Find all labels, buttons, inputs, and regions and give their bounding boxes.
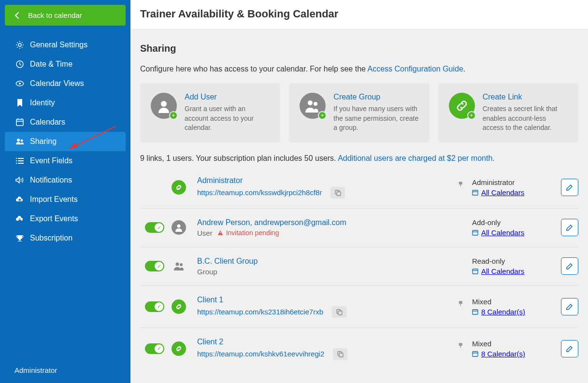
additional-users-link[interactable]: Additional users are charged at $2 per m…: [338, 154, 495, 162]
sidebar-item-date-time[interactable]: Date & Time: [5, 55, 126, 74]
svg-point-6: [161, 101, 167, 107]
svg-point-5: [21, 140, 23, 142]
link-type-icon: [172, 299, 186, 314]
cloud-download-icon: [14, 215, 25, 222]
edit-button[interactable]: [561, 179, 578, 196]
row-calendars-link[interactable]: 8 Calendar(s): [481, 350, 525, 358]
svg-point-2: [19, 83, 21, 85]
row-url[interactable]: https://teamup.com/ksswdkjrpci2h8cf8r: [197, 188, 322, 197]
row-title[interactable]: Client 2: [197, 338, 472, 346]
trophy-icon: [14, 234, 25, 242]
card-title: Create Group: [333, 93, 418, 101]
row-url[interactable]: https://teamup.com/kshkv61eevvihregi2: [197, 350, 324, 358]
svg-rect-11: [473, 190, 478, 195]
sidebar-item-subscription[interactable]: Subscription: [5, 228, 126, 248]
edit-button[interactable]: [561, 257, 578, 275]
card-desc: If you have many users with the same per…: [333, 104, 418, 133]
enable-toggle[interactable]: [145, 343, 164, 354]
bookmark-icon: [14, 99, 25, 107]
cloud-upload-icon: [14, 196, 25, 203]
plus-icon: +: [318, 111, 327, 120]
sidebar-item-calendars[interactable]: Calendars: [5, 113, 126, 132]
add-user-card[interactable]: + Add User Grant a user with an account …: [140, 83, 280, 142]
row-calendars-link[interactable]: All Calendars: [481, 267, 524, 275]
svg-rect-19: [473, 310, 478, 314]
edit-button[interactable]: [561, 298, 578, 315]
row-title[interactable]: B.C. Client Group: [197, 257, 472, 266]
sidebar-item-identity[interactable]: Identity: [5, 93, 126, 113]
svg-point-15: [180, 263, 183, 266]
list-icon: [14, 157, 25, 164]
sidebar-item-label: Subscription: [30, 234, 72, 242]
group-icon: +: [300, 93, 326, 119]
edit-button[interactable]: [561, 340, 578, 357]
sidebar-item-label: Event Fields: [30, 156, 72, 165]
warning-icon: [217, 230, 223, 236]
create-link-card[interactable]: + Create Link Creates a secret link that…: [438, 83, 578, 142]
sidebar-item-label: Import Events: [30, 195, 78, 204]
sound-icon: [14, 177, 25, 184]
row-role: Add-only: [472, 218, 554, 227]
sidebar-item-sharing[interactable]: Sharing: [5, 132, 126, 151]
enable-toggle[interactable]: [145, 301, 164, 312]
link-icon: +: [449, 93, 475, 119]
sharing-row-user: Andrew Person, andrewperson@gmail.com Us…: [140, 209, 578, 247]
user-icon: +: [151, 93, 177, 119]
sidebar-item-label: Sharing: [30, 137, 57, 146]
card-title: Create Link: [483, 93, 568, 101]
sidebar-item-import-events[interactable]: Import Events: [5, 190, 126, 209]
chevron-left-icon: [14, 12, 19, 19]
row-role: Mixed: [472, 298, 554, 306]
card-desc: Creates a secret link that enables accou…: [483, 104, 568, 133]
enable-toggle[interactable]: [145, 261, 164, 271]
link-type-icon: [172, 341, 186, 356]
sidebar-item-export-events[interactable]: Export Events: [5, 209, 126, 228]
svg-rect-10: [337, 192, 341, 196]
svg-point-8: [314, 102, 317, 106]
eye-icon: [14, 79, 25, 88]
pin-icon: [458, 300, 464, 307]
calendar-small-icon: [472, 309, 478, 315]
copy-button[interactable]: [332, 306, 346, 318]
pin-icon: [458, 342, 464, 349]
row-url[interactable]: https://teamup.com/ks2318ih6etcie7rxb: [197, 308, 323, 316]
back-to-calendar-button[interactable]: Back to calendar: [5, 5, 126, 26]
sharing-row-administrator: Administrator https://teamup.com/ksswdkj…: [140, 171, 578, 209]
calendar-icon: [14, 118, 25, 127]
sidebar-item-calendar-views[interactable]: Calendar Views: [5, 74, 126, 93]
svg-rect-16: [473, 269, 478, 274]
sidebar-item-notifications[interactable]: Notifications: [5, 170, 126, 190]
sidebar-item-label: Export Events: [30, 214, 78, 223]
invitation-pending-badge: Invitation pending: [217, 229, 279, 237]
copy-button[interactable]: [333, 348, 347, 360]
calendar-small-icon: [472, 229, 478, 236]
row-title[interactable]: Andrew Person, andrewperson@gmail.com: [197, 218, 472, 227]
main: Trainer Availability & Booking Calendar …: [130, 0, 588, 383]
row-type-label: User: [197, 229, 213, 237]
sharing-row-client2: Client 2 https://teamup.com/kshkv61eevvi…: [140, 328, 578, 369]
sidebar-item-label: General Settings: [30, 41, 87, 49]
copy-button[interactable]: [330, 187, 345, 199]
create-group-card[interactable]: + Create Group If you have many users wi…: [289, 83, 429, 142]
intro-text: Configure here who has access to your ca…: [140, 65, 578, 73]
edit-button[interactable]: [561, 219, 578, 236]
calendar-small-icon: [472, 268, 478, 274]
row-title[interactable]: Client 1: [197, 296, 472, 304]
user-type-icon: [172, 220, 186, 235]
sidebar: Back to calendar General Settings Date &…: [0, 0, 130, 383]
row-calendars-link[interactable]: 8 Calendar(s): [481, 308, 525, 316]
row-calendars-link[interactable]: All Calendars: [481, 228, 524, 237]
page-title: Trainer Availability & Booking Calendar: [140, 8, 578, 20]
row-calendars-link[interactable]: All Calendars: [481, 188, 524, 197]
enable-toggle[interactable]: [145, 222, 164, 233]
access-config-guide-link[interactable]: Access Configuration Guide: [368, 65, 463, 73]
svg-rect-22: [473, 352, 478, 356]
card-desc: Grant a user with an account access to y…: [185, 104, 270, 133]
svg-rect-3: [16, 119, 23, 126]
sidebar-item-event-fields[interactable]: Event Fields: [5, 151, 126, 170]
sharing-list: Administrator https://teamup.com/ksswdkj…: [140, 171, 578, 369]
sharing-row-client1: Client 1 https://teamup.com/ks2318ih6etc…: [140, 286, 578, 328]
sidebar-item-general-settings[interactable]: General Settings: [5, 35, 126, 55]
row-title[interactable]: Administrator: [197, 176, 472, 185]
content: Sharing Configure here who has access to…: [130, 29, 588, 383]
